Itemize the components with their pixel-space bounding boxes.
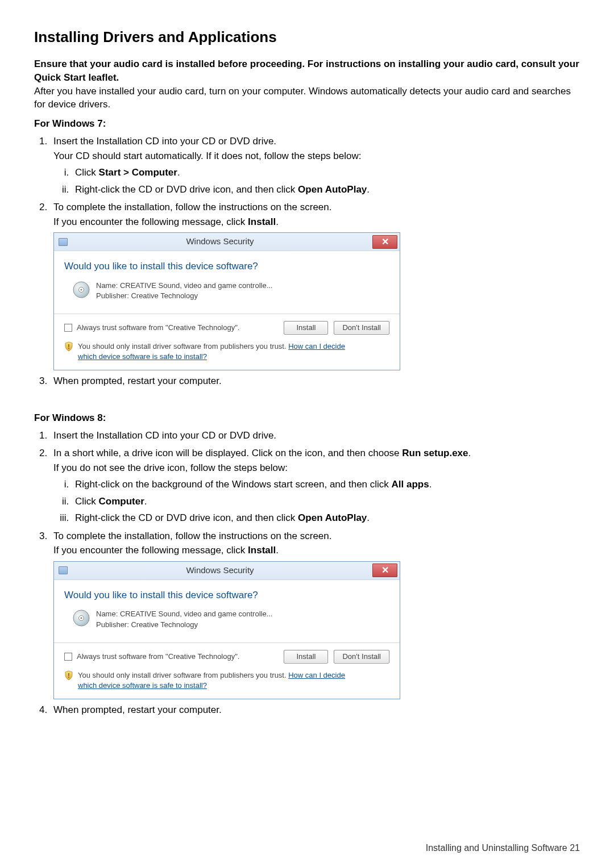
info-link-1[interactable]: How can I decide [288,342,345,350]
info-link-2[interactable]: which device software is safe to install… [78,352,207,361]
install-button[interactable]: Install [284,650,328,663]
win7-steps: Insert the Installation CD into your CD … [34,134,580,389]
bold-text: Run setup.exe [402,448,468,458]
shield-icon: ! [64,670,73,681]
svg-point-6 [80,617,82,619]
win7-step3: When prompted, restart your computer. [50,374,580,389]
win7-step2-line1: To complete the installation, follow the… [53,202,332,212]
bold-text: Open AutoPlay [298,512,367,523]
win7-sub-ii: Right-click the CD or DVD drive icon, an… [72,182,580,197]
close-button[interactable]: ✕ [372,235,397,249]
text: . [144,496,147,507]
close-icon: ✕ [381,235,389,249]
svg-text:!: ! [68,672,69,678]
info-link-2[interactable]: which device software is safe to install… [78,681,207,690]
text: . [429,479,432,490]
dont-install-button[interactable]: Don't Install [334,321,389,335]
device-info-row: Name: CREATIVE Sound, video and game con… [64,609,389,629]
disc-icon [72,281,90,299]
device-text: Name: CREATIVE Sound, video and game con… [96,609,272,629]
close-icon: ✕ [381,564,389,577]
intro-text: After you have installed your audio card… [34,85,580,112]
intro-bold: Ensure that your audio card is installed… [34,57,580,85]
page-footer: Installing and Uninstalling Software 21 [426,843,580,853]
text: To complete the installation, follow the… [53,531,332,541]
win7-step1: Insert the Installation CD into your CD … [50,134,580,197]
win8-substeps: Right-click on the background of the Win… [53,477,580,525]
window-icon [59,566,68,574]
device-info-row: Name: CREATIVE Sound, video and game con… [64,281,389,301]
button-row: Install Don't Install [284,321,389,335]
dialog-lower: Always trust software from "Creative Tec… [54,314,400,370]
dialog-titlebar: Windows Security ✕ [54,562,400,580]
bold-text: Install [248,545,276,556]
page-title: Installing Drivers and Applications [34,28,580,46]
info-text: You should only install driver software … [78,342,288,350]
win7-substeps: Click Start > Computer. Right-click the … [53,165,580,197]
info-text-wrap: You should only install driver software … [78,341,345,362]
shield-icon: ! [64,341,73,352]
dialog-question: Would you like to install this device so… [64,259,389,274]
svg-text:!: ! [68,344,69,350]
windows-security-dialog: Windows Security ✕ Would you like to ins… [53,561,400,699]
win7-sub-i: Click Start > Computer. [72,165,580,180]
trust-label: Always trust software from "Creative Tec… [77,651,239,662]
win8-sub-i: Right-click on the background of the Win… [72,477,580,492]
install-button[interactable]: Install [284,321,328,335]
device-publisher: Publisher: Creative Technology [96,291,272,301]
win8-sub-iii: Right-click the CD or DVD drive icon, an… [72,511,580,525]
device-name: Name: CREATIVE Sound, video and game con… [96,281,272,291]
text: Right-click the CD or DVD drive icon, an… [75,512,298,523]
text: Click [75,496,99,507]
bold-text: Open AutoPlay [298,184,367,195]
button-row: Install Don't Install [284,650,389,663]
windows7-heading: For Windows 7: [34,118,580,130]
bold-text: Start > Computer [99,167,177,178]
bold-text: Install [248,216,276,227]
svg-point-2 [80,289,82,290]
trust-checkbox[interactable] [64,324,72,332]
win7-step2: To complete the installation, follow the… [50,200,580,370]
win8-steps: Insert the Installation CD into your CD … [34,428,580,717]
disc-icon [72,609,90,627]
text: Right-click the CD or DVD drive icon, an… [75,184,298,195]
device-text: Name: CREATIVE Sound, video and game con… [96,281,272,301]
win7-step2-line2-pre: If you encounter the following message, … [53,216,248,227]
win8-sub-ii: Click Computer. [72,494,580,509]
trust-row: Always trust software from "Creative Tec… [64,321,389,335]
text: . [367,184,370,195]
win7-step1-line1: Insert the Installation CD into your CD … [53,136,276,147]
bold-text: All apps [392,479,429,490]
text: . [468,448,471,458]
dialog-title-text: Windows Security [68,564,372,577]
info-link-1[interactable]: How can I decide [288,671,345,679]
win8-step3: To complete the installation, follow the… [50,529,580,699]
win8-step2: In a short while, a drive icon will be d… [50,446,580,525]
info-row: ! You should only install driver softwar… [64,341,389,362]
text: Right-click on the background of the Win… [75,479,392,490]
text: . [276,545,279,556]
trust-row: Always trust software from "Creative Tec… [64,650,389,663]
dont-install-button[interactable]: Don't Install [334,650,389,663]
info-row: ! You should only install driver softwar… [64,670,389,691]
dialog-question: Would you like to install this device so… [64,588,389,603]
text: . [276,216,279,227]
device-name: Name: CREATIVE Sound, video and game con… [96,609,272,619]
dialog-titlebar: Windows Security ✕ [54,233,400,251]
dialog-body: Would you like to install this device so… [54,580,400,642]
win8-step4: When prompted, restart your computer. [50,703,580,717]
info-text-wrap: You should only install driver software … [78,670,345,691]
bold-text: Computer [99,496,144,507]
text: . [177,167,180,178]
windows8-heading: For Windows 8: [34,412,580,424]
text: In a short while, a drive icon will be d… [53,448,402,458]
dialog-title-text: Windows Security [68,235,372,248]
win8-step1: Insert the Installation CD into your CD … [50,428,580,443]
trust-checkbox[interactable] [64,653,72,661]
info-text: You should only install driver software … [78,671,288,679]
text: Click [75,167,99,178]
text: If you encounter the following message, … [53,545,248,556]
close-button[interactable]: ✕ [372,564,397,577]
text: . [367,512,370,523]
window-icon [59,238,68,246]
